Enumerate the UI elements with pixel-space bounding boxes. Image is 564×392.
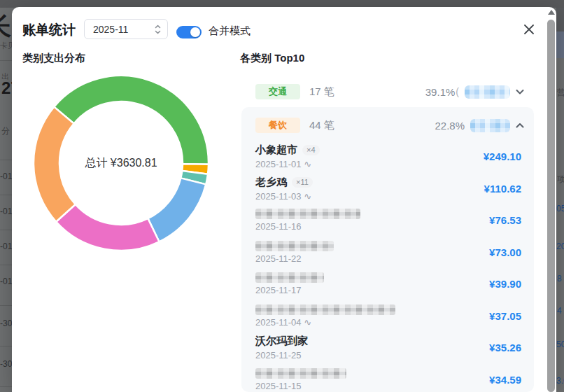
transaction-amount: ¥73.00 <box>489 246 521 258</box>
backdrop-right-strip: 营项052084503.0 <box>556 0 564 392</box>
scrollbar-thumb[interactable] <box>547 20 555 392</box>
scrollbar-up-arrow[interactable] <box>548 10 555 15</box>
backdrop-text-fragment: 长 <box>0 14 11 39</box>
backdrop-divider <box>0 386 12 387</box>
backdrop-text-fragment: -01 <box>0 277 12 286</box>
category-badge: 交通 <box>255 84 300 99</box>
backdrop-block <box>556 31 564 58</box>
transaction-info: 2025-11-04 ∿ <box>255 304 395 328</box>
transaction-row: 沃尔玛到家2025-11-25¥35.26 <box>255 332 521 364</box>
transaction-date: 2025-11-03 ∿ <box>255 191 313 202</box>
transaction-date: 2025-11-16 <box>255 221 360 232</box>
transaction-date: 2025-11-22 <box>255 253 334 264</box>
transaction-amount: ¥34.59 <box>489 374 521 386</box>
transaction-info: 2025-11-16 <box>255 209 360 232</box>
merchant-name: 沃尔玛到家 <box>255 335 308 348</box>
category-count: 17 笔 <box>309 85 334 99</box>
category-count: 44 笔 <box>309 119 334 132</box>
redacted-merchant-name <box>255 272 324 283</box>
right-section-title: 各类别 Top10 <box>240 52 304 65</box>
transaction-name-line <box>255 368 346 379</box>
merge-mode-toggle[interactable] <box>176 26 202 38</box>
bill-statistics-dialog: 账单统计 2025-11 合并模式 类别支出分布 各类别 Top10 总计 ¥3… <box>12 7 556 392</box>
donut-segment-餐饮[interactable] <box>34 107 76 222</box>
transaction-amount: ¥110.62 <box>484 183 521 195</box>
chevron-up-icon[interactable] <box>514 120 526 131</box>
donut-segment-s4[interactable] <box>56 204 159 251</box>
backdrop-divider <box>0 305 12 306</box>
backdrop-text-fragment: -30 <box>0 319 12 328</box>
transaction-info: 沃尔玛到家2025-11-25 <box>255 335 308 360</box>
backdrop-text-fragment: -01 <box>0 172 12 181</box>
donut-segment-交通[interactable] <box>54 76 209 164</box>
transaction-name-line <box>255 272 324 283</box>
backdrop-text-fragment: 20 <box>556 242 564 251</box>
backdrop-left-strip: 长卡贝出27分-01-01-01-01-30-30 <box>0 0 12 392</box>
chevron-wrap <box>514 86 526 97</box>
backdrop-text-fragment: 50 <box>556 340 564 349</box>
transaction-info: 2025-11-15 <box>255 368 346 391</box>
backdrop-text-fragment: -30 <box>0 360 12 368</box>
backdrop-text-fragment: 卡贝 <box>0 42 12 50</box>
transaction-name-line: 老乡鸡×11 <box>255 176 313 189</box>
transaction-row: 老乡鸡×112025-11-03 ∿¥110.62 <box>255 173 521 205</box>
month-select[interactable]: 2025-11 <box>84 19 168 39</box>
chevron-wrap <box>514 120 526 131</box>
category-percent: 39.1% <box>425 86 456 98</box>
toggle-knob <box>190 27 200 37</box>
transaction-row: 2025-11-16¥76.53 <box>255 204 521 237</box>
transaction-name-line <box>255 304 395 315</box>
category-row-transport[interactable]: 交通17 笔39.1%( <box>241 79 534 104</box>
redacted-merchant-name <box>255 241 334 251</box>
backdrop-text-fragment: 4 <box>557 307 562 315</box>
transaction-name-line: 沃尔玛到家 <box>255 335 308 348</box>
transaction-row: 2025-11-04 ∿¥37.05 <box>255 300 521 332</box>
transaction-row: 2025-11-22¥73.00 <box>255 237 521 269</box>
close-icon <box>523 23 535 36</box>
transaction-list: 小象超市×42025-11-01 ∿¥249.10老乡鸡×112025-11-0… <box>241 141 534 392</box>
backdrop-text-fragment: 27 <box>1 80 12 97</box>
backdrop-text-fragment: 分 <box>1 127 10 135</box>
times-badge: ×4 <box>302 145 320 155</box>
donut-segment-s3[interactable] <box>148 178 206 241</box>
transaction-date: 2025-11-04 ∿ <box>255 317 395 328</box>
transaction-amount: ¥39.90 <box>489 278 521 290</box>
transaction-info: 2025-11-17 <box>255 272 324 295</box>
chevron-down-icon[interactable] <box>514 86 526 97</box>
transaction-amount: ¥37.05 <box>489 310 521 322</box>
merchant-name: 小象超市 <box>255 144 297 157</box>
times-badge: ×11 <box>292 177 313 188</box>
transaction-name-line: 小象超市×4 <box>255 144 320 157</box>
backdrop-text-fragment: 营 <box>557 88 564 97</box>
transaction-amount: ¥35.26 <box>489 342 521 354</box>
backdrop-divider <box>0 195 12 195</box>
backdrop-divider <box>0 160 12 160</box>
backdrop-text-fragment: 8 <box>557 274 562 283</box>
transaction-date: 2025-11-17 <box>255 285 324 295</box>
backdrop-divider <box>0 230 12 230</box>
backdrop-text-fragment: -01 <box>0 207 12 216</box>
transaction-row: 2025-11-17¥39.90 <box>255 268 521 300</box>
backdrop-text-fragment: 05 <box>556 204 564 213</box>
transaction-info: 老乡鸡×112025-11-03 ∿ <box>255 176 313 202</box>
dialog-title: 账单统计 <box>22 21 76 39</box>
backdrop-text-fragment: 3.0 <box>556 377 564 385</box>
transaction-info: 2025-11-22 <box>255 241 334 264</box>
redacted-amount <box>470 119 510 132</box>
donut-chart: 总计 ¥3630.81 <box>32 74 210 252</box>
category-row-dining[interactable]: 餐饮44 笔22.8% <box>241 113 534 138</box>
backdrop-divider <box>0 346 12 346</box>
merchant-name: 老乡鸡 <box>255 176 287 189</box>
redacted-merchant-name <box>255 368 346 379</box>
left-section-title: 类别支出分布 <box>22 52 85 65</box>
month-select-value: 2025-11 <box>93 24 154 35</box>
transaction-amount: ¥249.10 <box>484 150 521 162</box>
backdrop-divider <box>0 265 12 265</box>
transaction-name-line <box>255 241 334 251</box>
transaction-row: 2025-11-15¥34.59 <box>255 364 521 392</box>
backdrop-text-fragment: -01 <box>0 242 12 251</box>
close-button[interactable] <box>521 21 537 38</box>
redacted-amount <box>465 85 510 99</box>
paren-text: ( <box>456 86 459 97</box>
transaction-date: 2025-11-15 <box>255 381 346 391</box>
